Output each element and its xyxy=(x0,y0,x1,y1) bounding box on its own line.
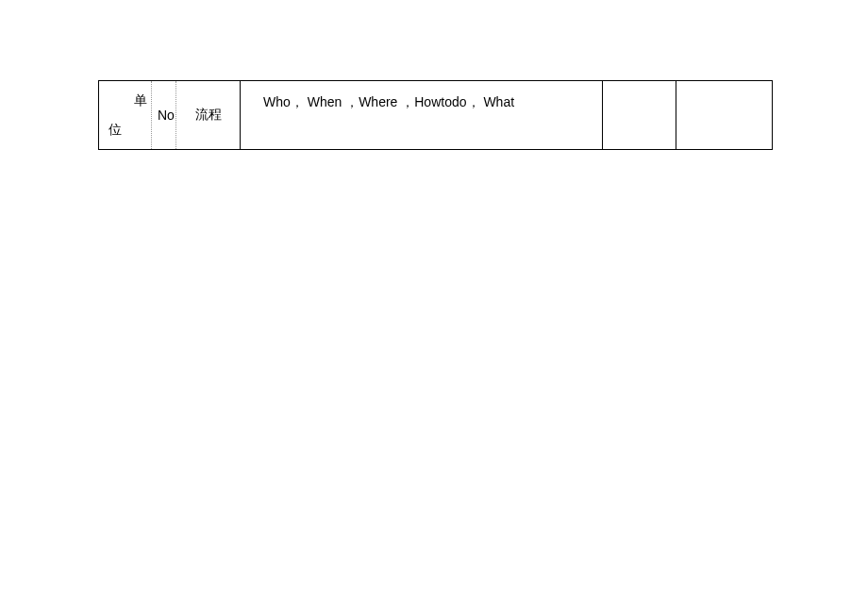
table-header-row: 单 位 No 流程 Who， When ，Where ，Howtodo， Wha… xyxy=(99,81,773,150)
unit-label-line1: 单 xyxy=(108,87,145,116)
unit-label-line2: 位 xyxy=(108,116,145,145)
header-cell-flow: 流程 xyxy=(176,81,241,150)
header-cell-detail: Who， When ，Where ，Howtodo， What xyxy=(241,81,603,150)
header-cell-blank2 xyxy=(676,81,773,150)
header-cell-no: No xyxy=(152,81,176,150)
header-cell-unit: 单 位 xyxy=(99,81,152,150)
process-table-wrapper: 单 位 No 流程 Who， When ，Where ，Howtodo， Wha… xyxy=(98,80,772,150)
process-table: 单 位 No 流程 Who， When ，Where ，Howtodo， Wha… xyxy=(98,80,773,150)
header-cell-blank1 xyxy=(603,81,676,150)
